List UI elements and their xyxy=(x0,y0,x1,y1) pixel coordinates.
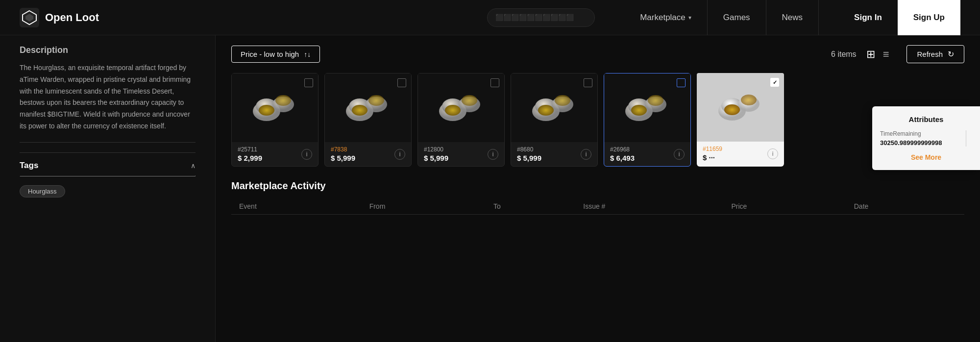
item-id-3: #8680 xyxy=(517,146,581,153)
svg-point-32 xyxy=(741,95,757,105)
info-icon-3[interactable]: i xyxy=(581,149,591,160)
signup-button[interactable]: Sign Up xyxy=(898,0,960,35)
items-count: 6 items xyxy=(831,50,857,59)
svg-point-10 xyxy=(352,105,368,116)
search-bar[interactable]: ⬛⬛⬛⬛⬛⬛⬛⬛⬛⬛ xyxy=(487,8,595,27)
svg-point-30 xyxy=(724,104,740,115)
grid-view-button[interactable]: ⊞ xyxy=(864,46,877,63)
item-price-4: $ 6,493 xyxy=(610,154,674,162)
item-price-3: $ 5,999 xyxy=(517,154,581,162)
hourglass-image-2 xyxy=(434,81,488,135)
tags-header: Tags ∧ xyxy=(20,152,196,175)
nav-item-news[interactable]: News xyxy=(766,0,819,35)
hourglass-image-0 xyxy=(248,81,302,135)
item-checkbox-2[interactable] xyxy=(490,78,499,87)
svg-point-7 xyxy=(275,95,291,106)
logo-text: Open Loot xyxy=(45,11,99,24)
svg-point-12 xyxy=(368,95,384,106)
svg-point-27 xyxy=(648,95,663,106)
activity-section: Marketplace Activity Event From To Issue… xyxy=(231,180,964,215)
tag-hourglass[interactable]: Hourglass xyxy=(20,185,65,197)
svg-point-22 xyxy=(555,95,570,106)
item-checkbox-5[interactable] xyxy=(770,78,779,87)
refresh-icon: ↻ xyxy=(948,49,954,59)
item-info-1: #7838 $ 5,999 xyxy=(331,146,394,162)
activity-title: Marketplace Activity xyxy=(231,180,964,192)
item-info-5: #11659 $ ··· xyxy=(703,146,767,162)
svg-point-5 xyxy=(259,105,274,116)
nav-item-games[interactable]: Games xyxy=(708,0,766,35)
list-view-button[interactable]: ≡ xyxy=(881,46,891,63)
activity-table: Event From To Issue # Price Date xyxy=(231,198,964,215)
info-icon-0[interactable]: i xyxy=(301,149,312,160)
hourglass-image-5 xyxy=(713,80,767,134)
tags-title: Tags xyxy=(20,161,38,171)
item-checkbox-3[interactable] xyxy=(584,78,592,87)
item-id-2: #12800 xyxy=(424,146,488,153)
view-icons: ⊞ ≡ xyxy=(864,46,891,63)
item-footer-1: #7838 $ 5,999 i xyxy=(325,142,411,166)
item-card-1[interactable]: #7838 $ 5,999 i xyxy=(324,73,412,167)
sort-label: Price - low to high xyxy=(241,50,299,58)
sort-button[interactable]: Price - low to high ↑↓ xyxy=(231,46,320,63)
item-price-0: $ 2,999 xyxy=(238,154,301,162)
main-content: Description The Hourglass, an exquisite … xyxy=(0,35,980,342)
logo-icon xyxy=(20,8,39,27)
item-checkbox-0[interactable] xyxy=(304,78,313,87)
attr-separator xyxy=(966,130,966,147)
hourglass-image-3 xyxy=(527,81,581,135)
tags-section: Tags ∧ Hourglass xyxy=(20,152,196,197)
item-footer-3: #8680 $ 5,999 i xyxy=(511,142,597,166)
sort-bar: Price - low to high ↑↓ 6 items ⊞ ≡ Refre… xyxy=(231,45,964,63)
description-section: Description The Hourglass, an exquisite … xyxy=(20,45,196,143)
item-checkbox-4[interactable] xyxy=(677,78,686,87)
item-price-5: $ ··· xyxy=(703,153,767,162)
item-footer-4: #26968 $ 6,493 i xyxy=(604,142,690,166)
header: Open Loot ⬛⬛⬛⬛⬛⬛⬛⬛⬛⬛ Marketplace ▾ Games… xyxy=(0,0,980,35)
games-label: Games xyxy=(723,13,750,23)
col-issue: Issue # xyxy=(575,198,723,215)
item-card-5[interactable]: #11659 $ ··· i xyxy=(697,73,784,167)
svg-point-25 xyxy=(631,105,647,116)
item-price-1: $ 5,999 xyxy=(331,154,394,162)
item-info-2: #12800 $ 5,999 xyxy=(424,146,488,162)
marketplace-chevron: ▾ xyxy=(688,14,691,21)
refresh-button[interactable]: Refresh ↻ xyxy=(906,45,964,63)
tags-chevron-icon: ∧ xyxy=(191,162,196,170)
col-from: From xyxy=(362,198,486,215)
nav-item-marketplace[interactable]: Marketplace ▾ xyxy=(624,0,708,35)
attributes-content: TimeRemaining 30250.989999999998 xyxy=(880,130,972,147)
description-title: Description xyxy=(20,45,196,55)
left-panel: Description The Hourglass, an exquisite … xyxy=(0,35,216,342)
item-card-4[interactable]: #26968 $ 6,493 i xyxy=(604,73,691,167)
hourglass-image-4 xyxy=(620,81,674,135)
attr-block-time: TimeRemaining 30250.989999999998 xyxy=(880,130,960,147)
info-icon-4[interactable]: i xyxy=(674,149,685,160)
item-card-2[interactable]: #12800 $ 5,999 i xyxy=(417,73,505,167)
items-grid: #25711 $ 2,999 i xyxy=(231,73,964,167)
signin-button[interactable]: Sign In xyxy=(838,0,898,35)
info-icon-2[interactable]: i xyxy=(488,149,498,160)
item-card-0[interactable]: #25711 $ 2,999 i xyxy=(231,73,318,167)
item-price-2: $ 5,999 xyxy=(424,154,488,162)
item-id-4: #26968 xyxy=(610,146,674,153)
header-nav: ⬛⬛⬛⬛⬛⬛⬛⬛⬛⬛ Marketplace ▾ Games News Sign… xyxy=(487,0,960,35)
description-text: The Hourglass, an exquisite temporal art… xyxy=(20,62,196,132)
see-more-link[interactable]: See More xyxy=(880,153,972,161)
item-card-3[interactable]: #8680 $ 5,999 i xyxy=(511,73,598,167)
item-checkbox-1[interactable] xyxy=(397,78,406,87)
item-footer-0: #25711 $ 2,999 i xyxy=(232,142,318,166)
search-placeholder: ⬛⬛⬛⬛⬛⬛⬛⬛⬛⬛ xyxy=(495,14,574,21)
svg-point-15 xyxy=(445,105,461,116)
info-icon-1[interactable]: i xyxy=(394,149,405,160)
item-info-3: #8680 $ 5,999 xyxy=(517,146,581,162)
marketplace-label: Marketplace xyxy=(640,13,686,23)
item-footer-2: #12800 $ 5,999 i xyxy=(418,142,504,166)
refresh-label: Refresh xyxy=(917,50,943,58)
attributes-title: Attributes xyxy=(880,115,972,123)
info-icon-5[interactable]: i xyxy=(767,148,778,159)
right-panel: Price - low to high ↑↓ 6 items ⊞ ≡ Refre… xyxy=(216,35,980,342)
col-event: Event xyxy=(231,198,362,215)
logo-area[interactable]: Open Loot xyxy=(20,8,99,27)
col-to: To xyxy=(486,198,575,215)
